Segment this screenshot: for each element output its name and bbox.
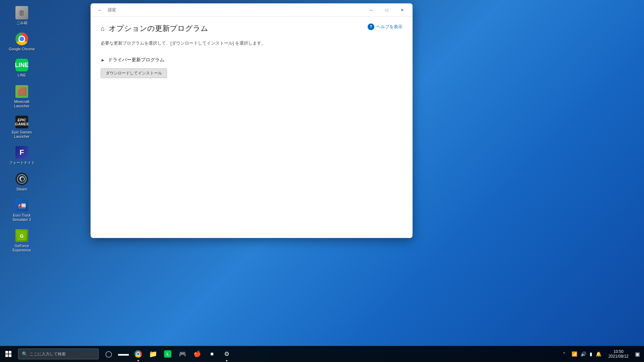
line-taskbar-icon: L	[164, 350, 171, 358]
driver-header[interactable]: ► ドライバー更新プログラム	[101, 54, 402, 66]
taskbar-left: 🔍 ここに入力して検索 ◯ ▬▬ 📁 L	[0, 346, 234, 362]
taskbar-icon-task-view[interactable]: ▬▬	[116, 346, 131, 362]
task-view-icon: ▬▬	[118, 351, 129, 357]
chrome-taskbar-icon	[135, 350, 142, 358]
desktop-icon-fortnite[interactable]: F フォートナイト	[2, 143, 42, 168]
taskbar-icon-unknown[interactable]: ■	[205, 346, 219, 362]
trash-label: ごみ箱	[16, 21, 28, 25]
taskbar-icon-line[interactable]: L	[160, 346, 175, 362]
svg-rect-5	[9, 351, 11, 354]
maximize-button[interactable]: □	[379, 5, 394, 15]
desktop-icon-trash[interactable]: 🗑 ごみ箱	[2, 3, 42, 28]
taskbar-icon-cortana[interactable]: ◯	[101, 346, 116, 362]
desktop-icon-minecraft[interactable]: 🟫 Minecraft Launcher	[2, 82, 42, 111]
gamepass-icon: 🎮	[179, 350, 186, 358]
clock-date: 2021/08/12	[608, 354, 629, 359]
driver-section: ► ドライバー更新プログラム ダウンロードしてインストール	[101, 54, 402, 78]
geforce-label: GeForce Experience	[8, 244, 35, 252]
tray-network-icon[interactable]: 📶	[571, 351, 578, 357]
unknown-icon: ■	[210, 351, 214, 357]
help-link[interactable]: ? ヘルプを表示	[368, 23, 402, 30]
desktop-icon-ets2[interactable]: 🚛 Euro Truck Simulator 2	[2, 196, 42, 225]
taskbar-icon-gamepass[interactable]: 🎮	[175, 346, 190, 362]
settings-taskbar-icon: ⚙	[224, 350, 229, 358]
cortana-icon: ◯	[105, 350, 112, 358]
desktop-icon-steam[interactable]: Steam	[2, 170, 42, 194]
notification-center-button[interactable]: ▣	[632, 346, 643, 362]
taskbar-search-icon: 🔍	[22, 351, 28, 357]
taskbar-icon-settings[interactable]: ⚙	[219, 346, 234, 362]
help-link-text: ヘルプを表示	[376, 24, 402, 30]
home-icon[interactable]: ⌂	[101, 25, 105, 33]
tray-chevron-icon[interactable]: ⌃	[561, 351, 567, 357]
desktop-icon-area: 🗑 ごみ箱 Google Chrome LINE LINE 🟫 Minecraf…	[0, 0, 44, 258]
download-install-button[interactable]: ダウンロードしてインストール	[101, 68, 167, 78]
window-titlebar: ← 設定 ─ □ ✕	[91, 3, 413, 17]
help-icon: ?	[368, 23, 374, 30]
taskbar-icon-minecraft-tb[interactable]: 🍎	[190, 346, 205, 362]
desktop-icon-line[interactable]: LINE LINE	[2, 56, 42, 80]
titlebar-left: ← 設定	[95, 5, 116, 15]
desktop: 🗑 ごみ箱 Google Chrome LINE LINE 🟫 Minecraf…	[0, 0, 644, 362]
desktop-icon-chrome[interactable]: Google Chrome	[2, 29, 42, 54]
tray-battery-icon[interactable]: ▮	[589, 351, 593, 357]
clock-time: 10:50	[613, 349, 624, 354]
titlebar-title: 設定	[108, 7, 116, 13]
window-content: ⌂ オプションの更新プログラム 必要な更新プログラムを選択して、[ダウンロードし…	[91, 17, 413, 238]
system-tray: 📶 🔊 ▮ 🔔	[568, 346, 605, 362]
ets2-label: Euro Truck Simulator 2	[8, 213, 35, 222]
tray-volume-icon[interactable]: 🔊	[580, 351, 587, 357]
desktop-icon-geforce[interactable]: G GeForce Experience	[2, 226, 42, 255]
svg-text:G: G	[20, 233, 24, 239]
svg-rect-4	[5, 351, 8, 354]
taskbar-search[interactable]: 🔍 ここに入力して検索	[18, 349, 99, 359]
taskbar: 🔍 ここに入力して検索 ◯ ▬▬ 📁 L	[0, 346, 644, 362]
close-button[interactable]: ✕	[394, 5, 410, 15]
chrome-label: Google Chrome	[9, 47, 35, 51]
driver-section-title: ドライバー更新プログラム	[108, 57, 164, 63]
line-label: LINE	[18, 73, 26, 77]
page-description: 必要な更新プログラムを選択して、[ダウンロードしてインストール] を選択します。	[101, 40, 402, 46]
explorer-icon: 📁	[149, 350, 157, 358]
settings-window: ← 設定 ─ □ ✕ ⌂ オプションの更新プログラム 必要な更新プログラムを選択…	[91, 3, 413, 238]
taskbar-app-icons: ◯ ▬▬ 📁 L 🎮 🍎	[101, 346, 234, 362]
taskbar-icon-explorer[interactable]: 📁	[146, 346, 160, 362]
minecraft-tb-icon: 🍎	[194, 350, 201, 358]
search-placeholder: ここに入力して検索	[30, 351, 66, 357]
epic-label: Epic Games Launcher	[8, 130, 35, 139]
page-header: ⌂ オプションの更新プログラム	[101, 23, 402, 34]
start-button[interactable]	[0, 346, 17, 362]
desktop-icon-epic[interactable]: EPICGAMES Epic Games Launcher	[2, 113, 42, 141]
minimize-button[interactable]: ─	[364, 5, 379, 15]
notification-center-icon: ▣	[635, 351, 640, 357]
window-controls: ─ □ ✕	[364, 5, 410, 15]
chevron-right-icon: ►	[101, 57, 105, 63]
svg-rect-6	[5, 354, 8, 357]
svg-rect-7	[9, 354, 11, 357]
fortnite-label: フォートナイト	[9, 161, 35, 165]
clock[interactable]: 10:50 2021/08/12	[606, 346, 631, 362]
titlebar-nav: ←	[95, 5, 105, 15]
steam-label: Steam	[16, 187, 27, 191]
taskbar-right: ⌃ 📶 🔊 ▮ 🔔 10:50 2021/08/12 ▣	[561, 346, 644, 362]
minecraft-label: Minecraft Launcher	[8, 100, 35, 108]
page-title: オプションの更新プログラム	[109, 23, 208, 34]
back-button[interactable]: ←	[95, 5, 105, 15]
taskbar-icon-chrome[interactable]	[131, 346, 146, 362]
tray-notification-icon[interactable]: 🔔	[595, 351, 602, 357]
